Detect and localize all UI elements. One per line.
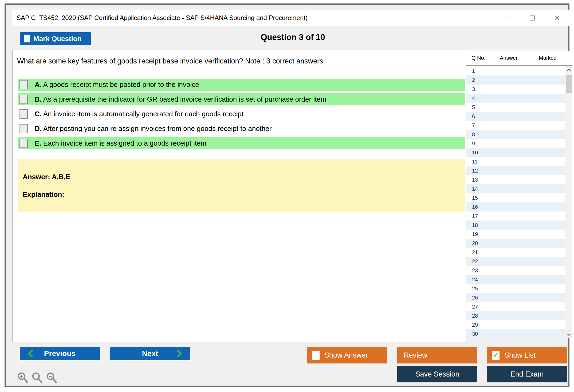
save-session-button[interactable]: Save Session: [397, 366, 477, 382]
scroll-up-button[interactable]: [565, 66, 572, 73]
question-list-row[interactable]: 21: [466, 248, 565, 257]
app-window: SAP C_TS452_2020 (SAP Certified Applicat…: [5, 3, 569, 387]
show-list-button[interactable]: ✓ Show List: [487, 347, 567, 363]
question-list-row[interactable]: 9: [466, 139, 565, 148]
previous-button[interactable]: Previous: [20, 347, 100, 360]
question-list-row[interactable]: 27: [466, 302, 565, 311]
qno-cell: 30: [466, 331, 490, 337]
question-list-row[interactable]: 6: [466, 112, 565, 121]
show-answer-button[interactable]: Show Answer: [307, 347, 387, 363]
question-list-row[interactable]: 26: [466, 293, 565, 302]
option-row-a[interactable]: A. A goods receipt must be posted prior …: [18, 79, 465, 91]
option-label: D. After posting you can re assign invoi…: [35, 125, 272, 133]
question-list-row[interactable]: 16: [466, 202, 565, 211]
question-list-row[interactable]: 7: [466, 121, 565, 130]
review-button[interactable]: Review ▲: [397, 347, 477, 363]
zoom-reset-icon[interactable]: [32, 371, 43, 384]
scrollbar-thumb[interactable]: [566, 75, 572, 93]
question-list-row[interactable]: 10: [466, 148, 565, 157]
question-list-row[interactable]: 1: [466, 66, 565, 75]
question-list-row[interactable]: 2: [466, 75, 565, 85]
qno-cell: 7: [466, 122, 490, 129]
option-row-d[interactable]: D. After posting you can re assign invoi…: [18, 123, 465, 135]
option-checkbox[interactable]: [19, 139, 28, 148]
qno-cell: 27: [466, 304, 490, 310]
answer-line: Answer: A,B,E: [23, 173, 70, 181]
question-list-row[interactable]: 5: [466, 103, 565, 112]
next-button[interactable]: Next: [110, 347, 190, 360]
question-list-row[interactable]: 29: [466, 320, 565, 329]
question-list-row[interactable]: 11: [466, 157, 565, 166]
qno-cell: 26: [466, 295, 490, 301]
minimize-icon: [504, 18, 510, 18]
question-list-panel: Q No. Answer Marked 12345678910111213141…: [466, 51, 572, 338]
question-list-row[interactable]: 22: [466, 257, 565, 266]
option-label: C. An invoice item is automatically gene…: [35, 110, 243, 118]
zoom-toolbar: [17, 371, 58, 384]
qno-cell: 12: [466, 168, 490, 174]
scroll-down-button[interactable]: [565, 331, 572, 338]
show-list-checkbox[interactable]: ✓: [492, 351, 500, 360]
qno-cell: 29: [466, 322, 490, 328]
qno-cell: 11: [466, 159, 490, 165]
question-list-row[interactable]: 25: [466, 284, 565, 293]
qno-cell: 15: [466, 195, 490, 201]
option-row-c[interactable]: C. An invoice item is automatically gene…: [18, 108, 465, 120]
option-checkbox[interactable]: [19, 80, 28, 89]
option-row-e[interactable]: E. Each invoice item is assigned to a go…: [18, 137, 465, 149]
option-checkbox[interactable]: [19, 109, 28, 119]
chevron-left-icon: [27, 350, 34, 357]
question-list-row[interactable]: 4: [466, 94, 565, 103]
close-button[interactable]: ×: [553, 14, 561, 22]
explanation-line: Explanation:: [23, 190, 64, 199]
minimize-button[interactable]: [503, 14, 511, 22]
question-list-row[interactable]: 3: [466, 85, 565, 94]
scrollbar[interactable]: [565, 66, 572, 338]
scroll-up-icon: [567, 69, 571, 71]
question-list-row[interactable]: 23: [466, 266, 565, 275]
qno-cell: 6: [466, 113, 490, 119]
qno-cell: 28: [466, 313, 490, 319]
qno-cell: 10: [466, 150, 490, 156]
zoom-in-icon[interactable]: [17, 371, 29, 384]
qno-cell: 1: [466, 68, 490, 74]
window-title: SAP C_TS452_2020 (SAP Certified Applicat…: [17, 10, 308, 26]
header-marked: Marked: [539, 55, 557, 61]
scroll-down-icon: [567, 333, 571, 336]
maximize-button[interactable]: [528, 14, 536, 22]
end-exam-button[interactable]: End Exam: [487, 366, 567, 382]
qno-cell: 13: [466, 177, 490, 183]
question-list-row[interactable]: 24: [466, 275, 565, 284]
review-label: Review: [404, 351, 427, 359]
question-list-row[interactable]: 12: [466, 166, 565, 175]
option-checkbox[interactable]: [19, 95, 28, 104]
question-list-row[interactable]: 13: [466, 175, 565, 184]
qno-cell: 21: [466, 249, 490, 255]
maximize-icon: [530, 15, 535, 21]
question-list-header: Q No. Answer Marked: [466, 51, 572, 66]
question-list-row[interactable]: 15: [466, 193, 565, 202]
title-bar: SAP C_TS452_2020 (SAP Certified Applicat…: [12, 10, 574, 26]
question-list-row[interactable]: 19: [466, 230, 565, 239]
question-list-row[interactable]: 14: [466, 184, 565, 193]
zoom-out-icon[interactable]: [46, 371, 58, 384]
checkmark-icon: ✓: [493, 352, 499, 359]
question-list-row[interactable]: 17: [466, 211, 565, 221]
option-checkbox[interactable]: [19, 124, 28, 133]
header-answer: Answer: [500, 55, 518, 61]
question-list-row[interactable]: 30: [466, 329, 565, 338]
qno-cell: 4: [466, 95, 490, 101]
question-list-row[interactable]: 20: [466, 239, 565, 248]
previous-label: Previous: [44, 349, 76, 358]
question-list-row[interactable]: 8: [466, 130, 565, 139]
option-row-b[interactable]: B. As a prerequisite the indicator for G…: [18, 93, 465, 105]
show-answer-checkbox[interactable]: [312, 351, 320, 360]
qno-cell: 3: [466, 86, 490, 92]
end-exam-label: End Exam: [510, 370, 544, 378]
question-list-row[interactable]: 28: [466, 311, 565, 320]
question-text: What are some key features of goods rece…: [17, 57, 323, 65]
qno-cell: 23: [466, 267, 490, 274]
qno-cell: 19: [466, 231, 490, 237]
show-answer-label: Show Answer: [324, 351, 368, 359]
question-list-row[interactable]: 18: [466, 221, 565, 230]
